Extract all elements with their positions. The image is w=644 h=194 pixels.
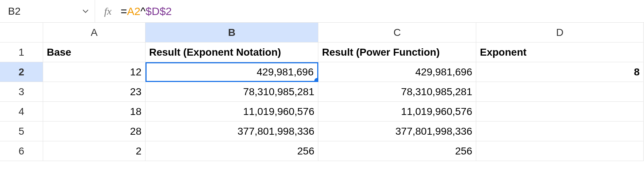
row-header-6[interactable]: 6 bbox=[0, 141, 43, 161]
cell-c3[interactable]: 78,310,985,281 bbox=[318, 82, 476, 102]
name-box-value: B2 bbox=[8, 5, 80, 17]
cell-d4[interactable] bbox=[476, 102, 644, 122]
cell-c1[interactable]: Result (Power Function) bbox=[318, 42, 476, 62]
cell-d3[interactable] bbox=[476, 82, 644, 102]
cell-d2[interactable]: 8 bbox=[476, 62, 644, 82]
cell-c6[interactable]: 256 bbox=[318, 141, 476, 161]
row-header-3[interactable]: 3 bbox=[0, 82, 43, 102]
cell-d5[interactable] bbox=[476, 122, 644, 141]
cell-d6[interactable] bbox=[476, 141, 644, 161]
cell-d1[interactable]: Exponent bbox=[476, 42, 644, 62]
cell-a4[interactable]: 18 bbox=[43, 102, 145, 122]
name-box[interactable]: B2 bbox=[8, 0, 95, 22]
cell-b3[interactable]: 78,310,985,281 bbox=[145, 82, 318, 102]
cell-a5[interactable]: 28 bbox=[43, 122, 145, 141]
cell-c4[interactable]: 11,019,960,576 bbox=[318, 102, 476, 122]
cell-a1[interactable]: Base bbox=[43, 42, 145, 62]
cell-b5[interactable]: 377,801,998,336 bbox=[145, 122, 318, 141]
selection-fill-handle[interactable] bbox=[314, 78, 318, 82]
formula-ref-d2: $D$2 bbox=[145, 5, 172, 18]
formula-eq: = bbox=[121, 5, 127, 18]
cell-c2[interactable]: 429,981,696 bbox=[318, 62, 476, 82]
cell-a2[interactable]: 12 bbox=[43, 62, 145, 82]
formula-ref-a2: A2 bbox=[127, 5, 141, 18]
name-box-dropdown-icon[interactable] bbox=[80, 6, 91, 17]
col-header-b[interactable]: B bbox=[145, 23, 318, 42]
cell-c5[interactable]: 377,801,998,336 bbox=[318, 122, 476, 141]
col-header-a[interactable]: A bbox=[43, 23, 145, 42]
col-header-c[interactable]: C bbox=[318, 23, 476, 42]
row-header-4[interactable]: 4 bbox=[0, 102, 43, 122]
row-header-2[interactable]: 2 bbox=[0, 62, 43, 82]
formula-operator: ^ bbox=[140, 5, 145, 18]
formula-bar: B2 fx =A2^$D$2 bbox=[0, 0, 644, 23]
cell-b1[interactable]: Result (Exponent Notation) bbox=[145, 42, 318, 62]
cell-a3[interactable]: 23 bbox=[43, 82, 145, 102]
formula-input[interactable]: =A2^$D$2 bbox=[121, 0, 644, 22]
cell-b6[interactable]: 256 bbox=[145, 141, 318, 161]
col-header-d[interactable]: D bbox=[476, 23, 644, 42]
cell-b2[interactable]: 429,981,696 bbox=[145, 62, 318, 82]
spreadsheet-grid: A B C D 1 Base Result (Exponent Notation… bbox=[0, 23, 644, 161]
fx-icon: fx bbox=[95, 0, 121, 22]
row-header-1[interactable]: 1 bbox=[0, 42, 43, 62]
select-all-corner[interactable] bbox=[0, 23, 43, 42]
cell-b4[interactable]: 11,019,960,576 bbox=[145, 102, 318, 122]
row-header-5[interactable]: 5 bbox=[0, 122, 43, 141]
cell-a6[interactable]: 2 bbox=[43, 141, 145, 161]
